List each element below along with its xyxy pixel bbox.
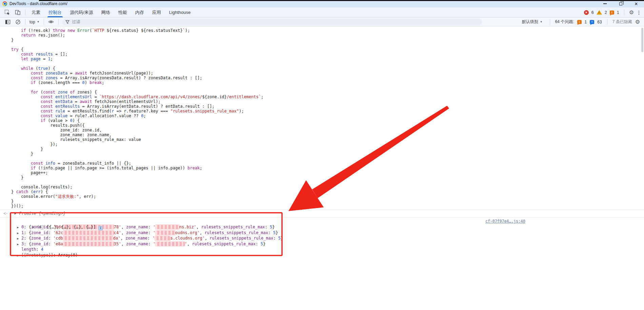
console-array-item-row[interactable]: ▶[[Prototype]]: Array(0) xyxy=(0,252,644,258)
hidden-messages-label: 7 条已隐藏 xyxy=(612,19,632,25)
code-line: results.push({ xyxy=(11,123,644,128)
issue-count[interactable]: 1 xyxy=(617,10,619,15)
code-line: if (!info.page || info.page >= (info.tot… xyxy=(11,166,644,170)
minimize-button[interactable] xyxy=(597,0,613,7)
console-array-item-row[interactable]: ▶2: {zone_id: 'cdbda', zone_name: 's.clo… xyxy=(0,235,644,241)
scrollbar-thumb[interactable] xyxy=(641,28,643,52)
javascript-context-dropdown[interactable]: top ▼ xyxy=(29,20,40,24)
code-line: if (!res.ok) throw new Error(`HTTP ${res… xyxy=(11,28,644,33)
error-count-icon[interactable]: ✕ xyxy=(584,10,589,15)
divider xyxy=(25,9,25,15)
array-preview-row[interactable]: ▼(4) [{…}, {…}, {…}, {…}]i cf-07f97e4….j… xyxy=(0,219,644,224)
code-line: for (const zone of zones) { xyxy=(11,90,644,95)
tab-lighthouse[interactable]: Lighthouse xyxy=(165,7,195,17)
code-line xyxy=(11,42,644,47)
redacted-text xyxy=(63,242,114,246)
warning-count-icon[interactable] xyxy=(597,10,602,15)
divider xyxy=(58,19,59,25)
redacted-text xyxy=(63,236,113,240)
code-line: console.log(results); xyxy=(11,185,644,189)
console-sidebar-icon xyxy=(5,19,11,25)
expand-triangle-icon[interactable]: ▶ xyxy=(17,242,21,247)
clear-console-button[interactable] xyxy=(15,19,21,25)
code-line: page++; xyxy=(11,170,644,175)
expand-triangle-icon[interactable]: ▶ xyxy=(17,253,21,259)
eye-icon xyxy=(48,19,54,25)
divider xyxy=(44,19,44,25)
error-count[interactable]: 6 xyxy=(591,10,594,15)
tab-application[interactable]: 应用 xyxy=(148,7,165,17)
close-button[interactable]: ✕ xyxy=(628,0,644,7)
console-log-output: ▼(4) [{…}, {…}, {…}, {…}]i cf-07f97e4….j… xyxy=(0,218,644,258)
tab-memory[interactable]: 内存 xyxy=(131,7,148,17)
result-arrow-icon: <· xyxy=(3,211,7,216)
tab-bar-right: ✕ 6 2 ! 1 ⚙ ⋮ xyxy=(584,9,644,15)
window-title: DevTools - dash.cloudflare.com/ xyxy=(9,1,67,6)
code-line: } xyxy=(11,199,644,204)
log-level-label: 默认级别 xyxy=(522,19,538,25)
expand-triangle-icon[interactable]: ▶ xyxy=(14,212,19,215)
redacted-text xyxy=(155,236,170,240)
issue-count-icon[interactable]: ! xyxy=(610,11,614,15)
inspect-element-button[interactable] xyxy=(4,9,10,15)
title-bar: DevTools - dash.cloudflare.com/ ✕ xyxy=(0,0,644,7)
tab-elements[interactable]: 元素 xyxy=(27,7,44,17)
log-level-dropdown[interactable]: 默认级别 ▼ xyxy=(522,19,543,25)
console-toolbar: top ▼ 过滤 默认级别 ▼ 64 个问题: ! 1 ≡ xyxy=(0,18,644,26)
issues-label[interactable]: 64 个问题: xyxy=(555,19,574,25)
more-options-icon[interactable]: ⋮ xyxy=(637,10,641,15)
code-line xyxy=(11,180,644,185)
filter-funnel-icon xyxy=(65,20,70,24)
console-result-row: <· ▶ Promise {<pending>} xyxy=(0,210,644,216)
show-console-sidebar-button[interactable] xyxy=(5,19,11,25)
device-toolbar-icon xyxy=(15,9,21,15)
code-line: const entData = await fetchJson(entitlem… xyxy=(11,99,644,104)
create-live-expression-button[interactable] xyxy=(48,19,54,25)
console-array-item-row[interactable]: ▶3: {zone_id: 'e8a35', zone_name: '', ru… xyxy=(0,241,644,247)
maximize-button[interactable] xyxy=(613,0,628,7)
code-line: const entitlementsUrl = `https://dash.cl… xyxy=(11,95,644,99)
source-location-link[interactable]: cf-07f97e4….js:40 xyxy=(485,219,525,224)
console-messages-area: if (!res.ok) throw new Error(`HTTP ${res… xyxy=(0,26,644,310)
divider xyxy=(624,9,624,15)
redacted-text xyxy=(63,231,114,235)
code-line: } xyxy=(11,175,644,180)
devtools-tab-bar: 元素控制台源代码/来源网络性能内存应用Lighthouse ✕ 6 2 ! 1 … xyxy=(0,7,644,18)
tab-console[interactable]: 控制台 xyxy=(44,7,66,17)
devtools-window: DevTools - dash.cloudflare.com/ ✕ 元素控制台源… xyxy=(0,0,644,310)
code-line: }); xyxy=(11,142,644,147)
chrome-logo-icon xyxy=(2,1,7,6)
warning-count[interactable]: 2 xyxy=(605,10,607,15)
issue-badge-icon[interactable]: ! xyxy=(577,20,582,24)
tab-list: 元素控制台源代码/来源网络性能内存应用Lighthouse xyxy=(27,7,195,17)
window-controls: ✕ xyxy=(597,0,644,7)
chevron-down-icon: ▼ xyxy=(37,20,40,23)
toggle-device-toolbar-button[interactable] xyxy=(15,9,21,15)
redacted-text xyxy=(156,242,185,246)
console-settings-gear-icon[interactable]: ⚙ xyxy=(635,19,640,25)
tab-performance[interactable]: 性能 xyxy=(114,7,131,17)
console-array-item-row[interactable]: ▶length: 4 xyxy=(0,247,644,252)
issue-badge-count[interactable]: 1 xyxy=(585,20,587,24)
message-badge-count[interactable]: 63 xyxy=(597,20,602,24)
code-line: if (value > 0) { xyxy=(11,118,644,123)
code-line: } xyxy=(11,147,644,151)
code-line: console.error("请求失败:", err); xyxy=(11,194,644,199)
code-line: })(); xyxy=(11,204,644,208)
code-line: const info = zonesData.result_info || {}… xyxy=(11,161,644,166)
code-line xyxy=(11,156,644,161)
code-line: zone_name: zone.name, xyxy=(11,132,644,137)
tab-sources[interactable]: 源代码/来源 xyxy=(66,7,97,17)
promise-pending-value[interactable]: Promise {<pending>} xyxy=(19,211,65,216)
collapse-triangle-icon[interactable]: ▼ xyxy=(32,225,37,230)
info-icon[interactable]: i xyxy=(98,226,103,230)
divider xyxy=(550,19,550,25)
settings-gear-icon[interactable]: ⚙ xyxy=(629,10,634,15)
code-line: } xyxy=(11,151,644,156)
code-line: const entResults = Array.isArray(entData… xyxy=(11,104,644,109)
message-bubble-icon[interactable]: ≡ xyxy=(590,20,594,24)
console-array-item-row[interactable]: ▶1: {zone_id: '62cc4', zone_name: 'oudns… xyxy=(0,230,644,236)
code-line: const results = []; xyxy=(11,52,644,57)
tab-network[interactable]: 网络 xyxy=(97,7,114,17)
console-filter-input[interactable]: 过滤 xyxy=(62,19,482,25)
